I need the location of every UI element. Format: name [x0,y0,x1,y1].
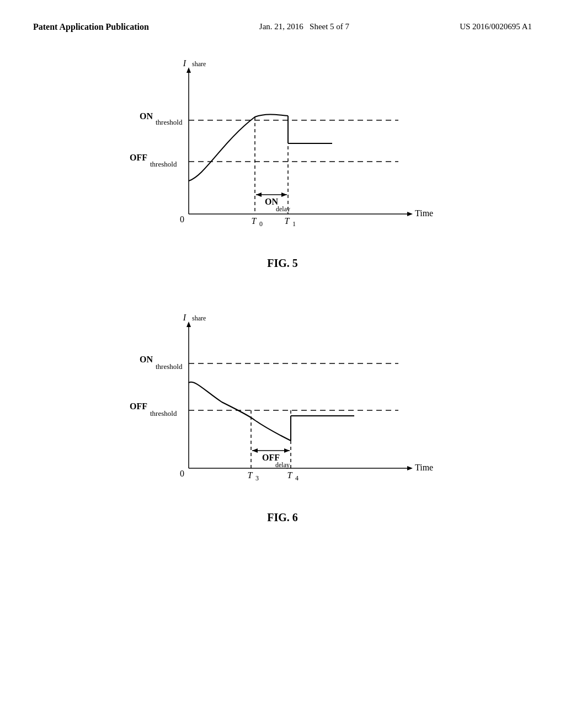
svg-marker-1 [186,67,191,73]
svg-marker-3 [407,212,413,216]
svg-text:delay: delay [276,205,290,213]
page: Patent Application Publication Jan. 21, … [0,0,565,728]
svg-text:0: 0 [259,220,263,228]
svg-marker-51 [284,448,290,453]
svg-marker-24 [281,192,287,197]
header-center: Jan. 21, 2016 Sheet 5 of 7 [259,22,349,31]
svg-text:I: I [183,314,186,322]
svg-text:3: 3 [255,474,259,482]
svg-marker-28 [186,322,191,327]
svg-marker-23 [256,192,262,197]
svg-text:threshold: threshold [150,409,177,417]
svg-text:Time: Time [415,208,433,218]
svg-text:share: share [192,314,206,322]
header-date: Jan. 21, 2016 [259,22,303,31]
svg-text:OFF: OFF [130,402,147,411]
svg-text:ON: ON [140,355,153,364]
header-left: Patent Application Publication [33,22,149,32]
svg-marker-30 [407,466,413,470]
publication-title: Patent Application Publication [33,22,149,31]
svg-text:T: T [252,216,257,226]
svg-marker-50 [252,448,258,453]
svg-text:1: 1 [292,220,296,228]
svg-text:threshold: threshold [156,118,183,126]
svg-text:T: T [248,470,253,480]
header-sheet: Sheet 5 of 7 [310,22,349,31]
header-right: US 2016/0020695 A1 [460,22,532,31]
figure-5: I share Time 0 ON threshold OFF threshol… [122,60,443,270]
svg-text:T: T [285,216,290,226]
svg-text:threshold: threshold [150,160,177,168]
figure-container: I share Time 0 ON threshold OFF threshol… [33,60,532,524]
svg-text:I: I [183,60,186,68]
svg-text:T: T [287,470,293,480]
svg-text:delay: delay [275,461,290,469]
svg-text:ON: ON [140,111,153,121]
header-patent-num: US 2016/0020695 A1 [460,22,532,31]
svg-text:Time: Time [415,463,433,472]
svg-text:0: 0 [180,215,184,224]
svg-text:4: 4 [295,474,299,482]
svg-text:0: 0 [180,469,184,478]
header: Patent Application Publication Jan. 21, … [33,22,532,32]
svg-text:threshold: threshold [156,362,183,371]
figure-6: I share Time 0 ON threshold OFF threshol… [122,314,443,524]
fig5-label: FIG. 5 [267,257,298,270]
svg-text:share: share [192,60,206,68]
svg-text:OFF: OFF [130,153,147,162]
fig6-svg: I share Time 0 ON threshold OFF threshol… [122,314,443,501]
fig6-label: FIG. 6 [267,511,298,524]
fig5-svg: I share Time 0 ON threshold OFF threshol… [122,60,443,247]
